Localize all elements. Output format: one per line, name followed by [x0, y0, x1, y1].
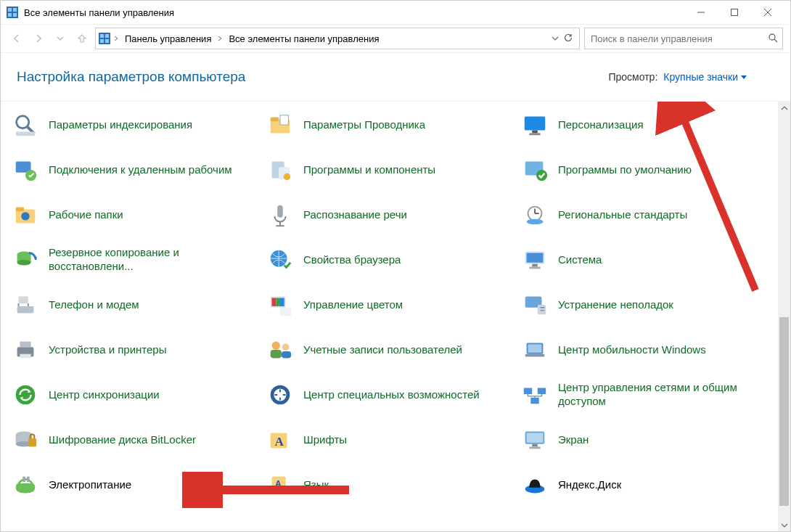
control-panel-item[interactable]: Параметры Проводника [266, 106, 516, 144]
control-panel-item[interactable]: Телефон и модем [11, 286, 261, 324]
control-panel-item[interactable]: Учетные записи пользователей [266, 331, 516, 369]
item-label: Параметры индексирования [49, 118, 192, 132]
breadcrumb-item[interactable]: Панель управления [122, 33, 214, 44]
network-sharing-icon [520, 380, 549, 409]
item-label: Управление цветом [303, 298, 403, 312]
control-panel-item[interactable]: Параметры индексирования [11, 106, 261, 144]
svg-text:A: A [274, 435, 284, 449]
svg-rect-33 [16, 208, 24, 212]
close-button[interactable] [751, 1, 784, 24]
item-label: Шрифты [303, 433, 347, 447]
svg-rect-24 [529, 133, 540, 135]
item-label: Рабочие папки [49, 208, 123, 222]
control-panel-item[interactable]: A字Язык [266, 466, 516, 504]
header-row: Настройка параметров компьютера Просмотр… [1, 53, 790, 101]
control-panel-item[interactable]: Центр управления сетями и общим доступом [520, 376, 771, 414]
svg-rect-12 [100, 39, 104, 43]
svg-rect-22 [525, 117, 546, 131]
item-label: Программы по умолчанию [558, 163, 692, 177]
system-icon [520, 245, 549, 274]
control-panel-breadcrumb-icon [99, 33, 110, 44]
troubleshoot-icon [520, 290, 549, 319]
control-panel-item[interactable]: Подключения к удаленным рабочим [11, 151, 261, 189]
mobility-center-icon [520, 335, 549, 364]
window-title: Все элементы панели управления [24, 7, 174, 18]
color-management-icon [266, 290, 295, 319]
svg-point-44 [17, 260, 31, 266]
chevron-down-icon [741, 75, 747, 79]
language-icon: A字 [266, 470, 295, 499]
search-input[interactable] [589, 33, 768, 45]
control-panel-item[interactable]: Резервное копирование и восстановлени... [11, 241, 261, 279]
item-label: Шифрование диска BitLocker [49, 433, 196, 447]
refresh-button[interactable] [563, 33, 573, 45]
svg-rect-61 [20, 354, 30, 359]
control-panel-item[interactable]: Свойства браузера [266, 241, 516, 279]
control-panel-item[interactable]: Система [520, 241, 771, 279]
back-button[interactable] [8, 30, 25, 47]
svg-rect-35 [277, 205, 283, 218]
scroll-down-button[interactable] [778, 519, 790, 531]
item-label: Центр специальных возможностей [303, 388, 480, 402]
svg-rect-65 [282, 351, 291, 359]
svg-rect-51 [19, 297, 28, 304]
item-label: Центр мобильности Windows [558, 343, 706, 357]
control-panel-item[interactable]: Устранение неполадок [520, 286, 771, 324]
scrollbar[interactable] [778, 102, 790, 531]
control-panel-item[interactable]: Персонализация [520, 106, 771, 144]
control-panel-item[interactable]: Рабочие папки [11, 196, 261, 234]
item-label: Центр синхронизации [49, 388, 160, 402]
svg-rect-47 [527, 253, 544, 263]
breadcrumb-item[interactable]: Все элементы панели управления [226, 33, 382, 44]
recent-locations-button[interactable] [52, 30, 69, 47]
control-panel-item[interactable]: Шифрование диска BitLocker [11, 421, 261, 459]
remote-desktop-icon [11, 155, 40, 184]
control-panel-item[interactable]: Экран [520, 421, 771, 459]
item-label: Телефон и модем [49, 298, 139, 312]
svg-rect-60 [20, 342, 30, 348]
control-panel-item[interactable]: Региональные стандарты [520, 196, 771, 234]
control-panel-item[interactable]: Электропитание [11, 466, 261, 504]
bitlocker-icon [11, 425, 40, 454]
control-panel-item[interactable]: Центр синхронизации [11, 376, 261, 414]
search-icon[interactable] [768, 33, 778, 45]
control-panel-item[interactable]: Управление цветом [266, 286, 516, 324]
internet-options-icon [266, 245, 295, 274]
control-panel-item[interactable]: Распознавание речи [266, 196, 516, 234]
page-title: Настройка параметров компьютера [17, 69, 608, 85]
control-panel-item[interactable]: Центр мобильности Windows [520, 331, 771, 369]
speech-icon [266, 200, 295, 229]
programs-features-icon [266, 155, 295, 184]
address-bar[interactable]: Панель управления Все элементы панели уп… [95, 28, 580, 49]
minimize-button[interactable] [684, 1, 718, 24]
scroll-up-button[interactable] [778, 102, 790, 114]
view-select[interactable]: Крупные значки [663, 71, 747, 83]
item-label: Распознавание речи [303, 208, 407, 222]
dropdown-icon[interactable] [552, 33, 559, 44]
item-label: Региональные стандарты [558, 208, 687, 222]
scroll-thumb[interactable] [779, 317, 789, 506]
yandex-disk-icon [520, 470, 549, 499]
svg-rect-13 [105, 39, 109, 43]
search-box[interactable] [584, 28, 783, 49]
phone-modem-icon [11, 290, 40, 319]
svg-point-16 [17, 116, 29, 128]
user-accounts-icon [266, 335, 295, 364]
control-panel-item[interactable]: Устройства и принтеры [11, 331, 261, 369]
forward-button[interactable] [30, 30, 47, 47]
svg-rect-1 [8, 8, 12, 12]
item-label: Учетные записи пользователей [303, 343, 462, 357]
svg-point-34 [21, 212, 29, 220]
control-panel-item[interactable]: AШрифты [266, 421, 516, 459]
sync-center-icon [11, 380, 40, 409]
maximize-button[interactable] [718, 1, 751, 24]
control-panel-item[interactable]: Программы по умолчанию [520, 151, 771, 189]
control-panel-item[interactable]: Программы и компоненты [266, 151, 516, 189]
control-panel-item[interactable]: Яндекс.Диск [520, 466, 771, 504]
item-label: Язык [303, 478, 329, 492]
power-icon [11, 470, 40, 499]
fonts-icon: A [266, 425, 295, 454]
svg-rect-85 [22, 477, 25, 483]
up-button[interactable] [73, 30, 91, 47]
control-panel-item[interactable]: Центр специальных возможностей [266, 376, 516, 414]
